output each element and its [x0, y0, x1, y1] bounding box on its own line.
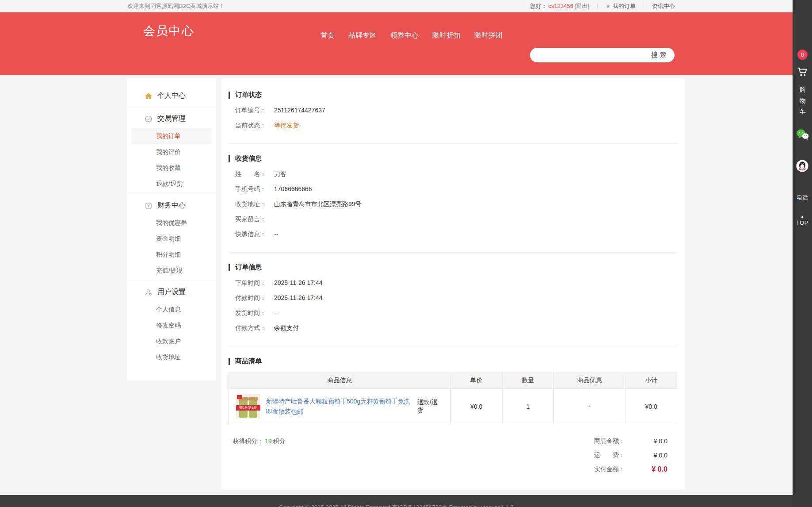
- status-badge: 等待发货: [274, 122, 299, 128]
- topbar: 欢迎来到刀客源码网B2C商城演示站！ 您好： cs123456 [退出] ★ 我…: [0, 0, 793, 12]
- total-label: 实付金额：: [594, 465, 625, 473]
- wechat-icon[interactable]: [795, 127, 809, 143]
- promo-banner: 买2斤送1斤: [236, 405, 260, 411]
- divider: [644, 4, 644, 9]
- search-box: 搜 索: [530, 48, 675, 62]
- receiver-name-row: 姓 名： 刀客: [235, 166, 677, 181]
- sidebar-item-my-reviews[interactable]: 我的评价: [131, 144, 212, 160]
- sidebar-item-refund-return[interactable]: 退款/退货: [131, 176, 212, 192]
- welcome-text: 欢迎来到刀客源码网B2C商城演示站！: [127, 2, 225, 10]
- goods-amount-row: 商品金额： ¥ 0.0: [594, 434, 667, 448]
- shipping-fee-value: ¥ 0.0: [625, 452, 667, 459]
- sidebar-item-personal-info[interactable]: 个人信息: [131, 302, 212, 318]
- username-link[interactable]: cs123456: [549, 3, 573, 9]
- section-title-product-list: 商品清单: [229, 357, 677, 365]
- col-quantity: 数量: [502, 372, 554, 389]
- title-bar: [229, 358, 230, 365]
- field-label: 付款时间：: [235, 295, 274, 301]
- sidebar-section-title: 用户设置: [157, 288, 186, 297]
- cart-label[interactable]: 购物车: [799, 84, 806, 117]
- order-state-row: 当前状态： 等待发货: [235, 118, 677, 133]
- cart-count-badge: 0: [797, 50, 808, 60]
- refund-return-link[interactable]: 退款/退货: [417, 399, 443, 415]
- page: 欢迎来到刀客源码网B2C商城演示站！ 您好： cs123456 [退出] ★ 我…: [0, 0, 793, 507]
- table-row: 买2斤送1斤 新疆特产吐鲁番大颗粒葡萄干500g无籽黄葡萄干免洗即食散装包邮 退…: [229, 389, 677, 424]
- ship-time-row: 发货时间： --: [235, 305, 677, 320]
- express-info-value: --: [274, 231, 278, 237]
- title-bar: [229, 264, 230, 271]
- order-number-row: 订单编号： 251126174427637: [235, 103, 677, 118]
- field-label: 订单编号：: [235, 107, 274, 113]
- section-title-order-status: 订单状态: [229, 91, 677, 99]
- sidebar-item-my-orders[interactable]: 我的订单: [131, 128, 212, 144]
- site-logo[interactable]: 会员中心: [143, 23, 194, 39]
- order-time-value: 2025-11-26 17:44: [274, 280, 323, 286]
- search-button[interactable]: 搜 索: [643, 51, 675, 59]
- sidebar-item-change-password[interactable]: 修改密码: [131, 318, 212, 334]
- title-bar: [229, 92, 230, 99]
- sidebar-item-my-favorites[interactable]: 我的收藏: [131, 160, 212, 176]
- sidebar-item-payment-account[interactable]: 收款账户: [131, 334, 212, 350]
- shipping-info-section: 收货信息 姓 名： 刀客 手机号码： 17066666666 收货地址： 山东省…: [229, 154, 677, 242]
- home-icon: [145, 92, 152, 100]
- cart-icon[interactable]: [796, 65, 808, 80]
- site-header: 会员中心 首页 品牌专区 领券中心 限时折扣 限时拼团 搜 索: [0, 12, 793, 75]
- nav-group-buy[interactable]: 限时拼团: [473, 30, 503, 41]
- total-label: 运 费：: [594, 451, 625, 459]
- divider: [597, 4, 598, 9]
- product-title-link[interactable]: 新疆特产吐鲁番大颗粒葡萄干500g无籽黄葡萄干免洗即食散装包邮: [266, 396, 412, 416]
- sidebar: 个人中心 交易管理 我的订单 我的评价 我的收藏 退款/退货 ¥ 财务中心 我的…: [127, 78, 216, 380]
- phone-label[interactable]: 电话: [793, 194, 812, 202]
- product-list-section: 商品清单 商品信息 单价 数量 商品优惠 小计: [229, 357, 677, 424]
- search-input[interactable]: [530, 52, 643, 59]
- ship-time-value: --: [274, 310, 278, 316]
- my-orders-link[interactable]: 我的订单: [613, 2, 636, 10]
- section-title-order-info: 订单信息: [229, 263, 677, 272]
- qq-icon[interactable]: [796, 159, 809, 174]
- order-time-row: 下单时间： 2025-11-26 17:44: [235, 275, 677, 290]
- field-label: 手机号码：: [235, 186, 274, 192]
- sidebar-section-finance: ¥ 财务中心 我的优惠券 资金明细 积分明细 充值/提现: [127, 194, 216, 280]
- yuan-icon: ¥: [145, 202, 152, 210]
- promo-tag: [237, 395, 242, 399]
- pay-time-value: 2025-11-26 17:44: [274, 295, 323, 301]
- sidebar-item-fund-details[interactable]: 资金明细: [131, 231, 212, 247]
- nav-flash-discount[interactable]: 限时折扣: [431, 30, 461, 41]
- field-label: 快递信息：: [235, 231, 274, 237]
- pay-time-row: 付款时间： 2025-11-26 17:44: [235, 290, 677, 305]
- col-product-info: 商品信息: [229, 372, 451, 389]
- sidebar-section-title: 交易管理: [157, 114, 186, 123]
- news-link[interactable]: 资讯中心: [652, 2, 675, 10]
- nav-brands[interactable]: 品牌专区: [347, 30, 377, 41]
- sidebar-item-trade-management[interactable]: 交易管理: [127, 109, 216, 128]
- sidebar-item-my-coupons[interactable]: 我的优惠券: [131, 215, 212, 231]
- sidebar-item-user-settings[interactable]: 用户设置: [127, 283, 216, 302]
- section-title-shipping: 收货信息: [229, 154, 677, 163]
- pay-method-value: 余额支付: [274, 325, 299, 331]
- copyright-text: Copyright © 2015-2025 All Rights Reserve…: [279, 503, 514, 507]
- product-image[interactable]: 买2斤送1斤: [236, 394, 260, 419]
- logout-link[interactable]: [退出]: [575, 2, 589, 10]
- nav-home[interactable]: 首页: [320, 30, 335, 41]
- points-unit: 积分: [273, 438, 286, 445]
- paid-amount-value: ¥ 0.0: [625, 465, 667, 473]
- sidebar-section-personal: 个人中心: [127, 84, 216, 107]
- order-detail-panel: 订单状态 订单编号： 251126174427637 当前状态： 等待发货: [221, 78, 685, 490]
- sidebar-item-recharge-withdraw[interactable]: 充值/提现: [131, 263, 212, 279]
- back-to-top-button[interactable]: ▲ TOP: [793, 215, 812, 227]
- greeting-prefix: 您好：: [530, 2, 547, 10]
- sidebar-item-finance-center[interactable]: ¥ 财务中心: [127, 196, 216, 215]
- side-dock: 0 购物车 电话 ▲ TOP: [793, 0, 812, 507]
- order-status-section: 订单状态 订单编号： 251126174427637 当前状态： 等待发货: [229, 91, 677, 133]
- sidebar-item-personal-center[interactable]: 个人中心: [127, 86, 216, 105]
- divider: [229, 252, 677, 253]
- points-label: 获得积分：: [233, 438, 263, 445]
- sidebar-item-shipping-address[interactable]: 收货地址: [131, 350, 212, 365]
- total-label: 商品金额：: [594, 437, 625, 445]
- section-title-text: 收货信息: [235, 154, 262, 163]
- express-info-row: 快递信息： --: [235, 227, 677, 242]
- sidebar-section-user: 用户设置 个人信息 修改密码 收款账户 收货地址: [127, 280, 216, 367]
- sidebar-item-points-details[interactable]: 积分明细: [131, 247, 212, 263]
- nav-coupon-center[interactable]: 领券中心: [389, 30, 419, 41]
- discount-cell: -: [554, 389, 625, 424]
